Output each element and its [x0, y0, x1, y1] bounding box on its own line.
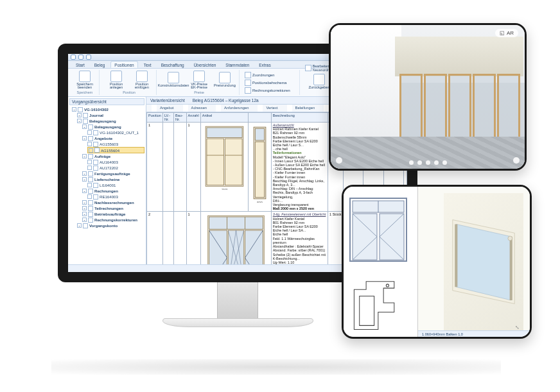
tab-icon [287, 105, 292, 112]
expand-icon[interactable]: - [82, 212, 87, 216]
position-einfuegen-button[interactable]: Position einfügen [130, 71, 153, 90]
expand-icon[interactable] [89, 148, 93, 153]
tree-item[interactable]: -Teilrechnungen [82, 205, 144, 211]
expand-icon[interactable]: - [72, 107, 76, 112]
tree-item[interactable]: LI164001 [87, 182, 144, 188]
page-indicator[interactable] [331, 160, 525, 165]
doc-tab-angebot[interactable]: Angebot [149, 105, 179, 112]
rechnungskorr-link[interactable]: Rechnungskorrekturen [245, 87, 297, 94]
tab-icon [152, 105, 157, 112]
expand-icon[interactable] [87, 130, 92, 135]
imac-base [162, 318, 313, 327]
column-header[interactable]: Anzahl [186, 113, 200, 123]
tree-item[interactable]: -Fertigungsaufträge [82, 171, 144, 176]
expand-icon[interactable]: - [82, 136, 87, 141]
expand-icon[interactable] [87, 166, 92, 170]
tree-item[interactable]: -Nachlassrechnungen [82, 200, 144, 205]
tree-item[interactable]: -Journal [77, 112, 144, 118]
tree-item[interactable]: -Aufträge [82, 153, 144, 159]
cell-anzahl: 1 [186, 212, 200, 264]
expand-icon[interactable] [87, 194, 92, 199]
ribbon-tab-stammdaten[interactable]: Stammdaten [222, 61, 253, 68]
expand-icon[interactable]: - [82, 217, 87, 222]
tree-item[interactable]: AU172202 [87, 165, 144, 171]
tree-item[interactable]: -Betriebsaufträge [82, 211, 144, 217]
tree-item-label: AG155603 [100, 142, 118, 146]
ribbon-tab-beschaffung[interactable]: Beschaffung [157, 61, 188, 68]
column-header[interactable]: Bau-Nr. [174, 113, 187, 123]
tree-item-label: Angebote [94, 136, 112, 141]
qat-save-icon[interactable] [71, 55, 76, 60]
qat-redo-icon[interactable] [86, 55, 91, 60]
expand-icon[interactable]: - [82, 171, 87, 176]
column-header[interactable]: Artikel [200, 113, 248, 123]
tree-item[interactable]: -Angebote [82, 135, 144, 141]
navigation-tree[interactable]: Vorgangsübersicht -VG-16104302-Journal-B… [68, 97, 146, 264]
doc-title-main: Beleg AG155604 – Kugelgasse 12a [193, 98, 259, 103]
ribbon-tab-extras[interactable]: Extras [255, 61, 274, 68]
doc-title-left: Variantenübersicht [150, 98, 185, 103]
cad-3d-panel[interactable]: ⤡ 1.060×940mm Balken 1,0 [418, 187, 530, 337]
qat-undo-icon[interactable] [78, 55, 83, 60]
tree-item[interactable]: AG155603 [87, 141, 144, 147]
tree-item[interactable]: AU164003 [87, 159, 144, 165]
zuordnungen-link[interactable]: Zuordnungen [245, 72, 297, 78]
preisrundung-button[interactable]: Preisrundung [213, 72, 236, 88]
expand-icon[interactable]: - [77, 113, 82, 117]
expand-icon[interactable]: - [82, 200, 87, 205]
preise-button[interactable]: VK-Preise EK-Preise [188, 71, 211, 90]
save-close-button[interactable]: Speichern beenden [73, 71, 96, 90]
svg-text:2000: 2000 [221, 188, 227, 189]
expand-icon[interactable]: - [82, 177, 87, 182]
tree-item-label: Teilrechnungen [94, 206, 123, 210]
tree-item-label: Journal [89, 113, 103, 117]
column-header[interactable] [248, 113, 271, 123]
tree-item-label: AU172202 [100, 166, 118, 170]
folder-icon [93, 183, 98, 188]
tree-item[interactable]: RE164003 [87, 194, 144, 200]
expand-icon[interactable]: - [77, 119, 82, 123]
tree-item[interactable]: -Rechnungskorrekturen [82, 217, 144, 223]
ribbon-tab-text[interactable]: Text [140, 61, 155, 68]
cad-2d-panel[interactable] [344, 187, 418, 337]
konstruktionsdaten-button[interactable]: Konstruktionsdaten [162, 72, 185, 88]
tree-item[interactable]: AG155604 [87, 147, 144, 153]
conservatory-glass [399, 74, 521, 142]
column-header[interactable]: Position [147, 113, 163, 123]
folder-icon [93, 142, 98, 147]
column-header[interactable]: Beschreibung [271, 113, 328, 123]
tree-item-label: Rechnungen [94, 189, 118, 193]
tree-item[interactable]: -Rechnungen [82, 188, 144, 194]
ribbon-tab-übersichten[interactable]: Übersichten [190, 61, 220, 68]
ribbon-group-position: Position anlegen Position einfügen Posit… [102, 70, 157, 95]
ar-badge[interactable]: ◱ AR [495, 29, 518, 37]
doc-tab-anforderungen[interactable]: Anforderungen [213, 105, 254, 112]
expand-icon[interactable] [87, 183, 92, 187]
doc-tab-adressen[interactable]: Adressen [180, 105, 213, 112]
insert-icon [136, 71, 148, 82]
expand-icon[interactable] [87, 160, 92, 164]
doc-tab-vertext[interactable]: Vertext [255, 105, 283, 112]
tree-item[interactable]: -Vorgangskonto [77, 223, 144, 228]
tree-item[interactable]: VG-16104302_OUT_1 [87, 130, 144, 135]
expand-icon[interactable]: - [82, 206, 87, 210]
expand-icon[interactable]: - [82, 189, 87, 193]
expand-icon[interactable] [87, 142, 92, 146]
cell-position: 2 [147, 212, 163, 264]
tree-item[interactable]: -Belegausgang [82, 124, 144, 130]
positionschema-link[interactable]: Positionsbehschema [245, 80, 297, 86]
tree-item[interactable]: -VG-16104302 [72, 107, 144, 112]
tree-item[interactable]: -Belegausgang [77, 118, 144, 124]
expand-icon[interactable]: - [77, 223, 82, 228]
cell-beschreibung: 3-tlg. Fensterelement mit OberlichtHolza… [271, 212, 328, 264]
position-anlegen-button[interactable]: Position anlegen [105, 71, 128, 90]
tree-item[interactable]: -Lieferscheine [82, 176, 144, 182]
ar-photo[interactable]: ◱ AR [331, 25, 525, 169]
ribbon-tab-start[interactable]: Start [72, 61, 89, 68]
expand-icon[interactable]: - [82, 124, 87, 129]
ribbon-tab-positionen[interactable]: Positionen [110, 61, 137, 68]
doc-tab-beleifungen[interactable]: Beleifungen [284, 105, 320, 112]
ribbon-tab-beleg[interactable]: Beleg [91, 61, 109, 68]
column-header[interactable]: LV.-Nr. [162, 113, 173, 123]
expand-icon[interactable]: - [82, 154, 87, 158]
